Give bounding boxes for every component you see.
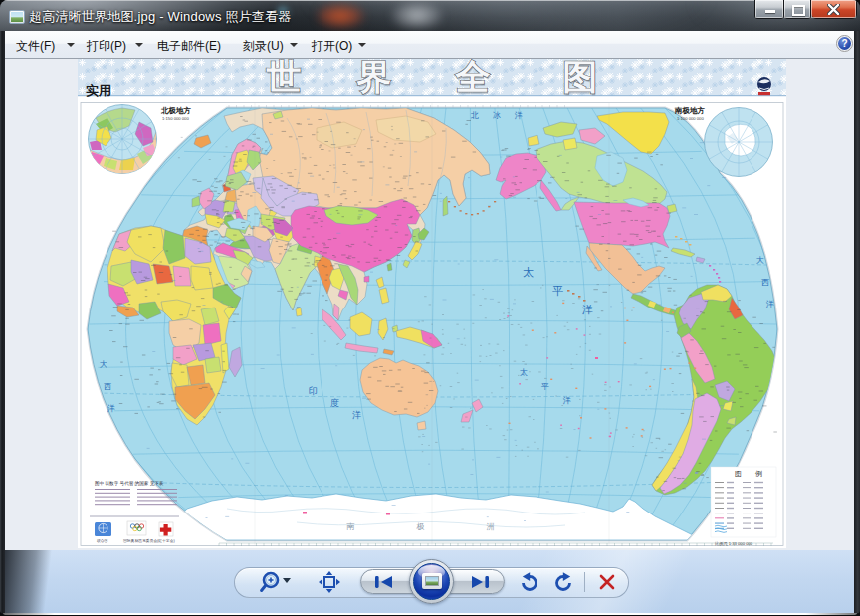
svg-text:洋: 洋 (107, 404, 115, 413)
svg-text:洋: 洋 (765, 300, 774, 308)
svg-text:图 例: 图 例 (735, 470, 768, 478)
svg-text:图中 以数字 号代替 的国家 见下表: 图中 以数字 号代替 的国家 见下表 (95, 480, 164, 487)
svg-text:联合国: 联合国 (97, 538, 108, 543)
svg-text:太: 太 (523, 266, 534, 278)
svg-text:实用: 实用 (86, 83, 111, 98)
svg-text:1:150 000 000: 1:150 000 000 (162, 116, 189, 121)
svg-text:洋: 洋 (352, 410, 361, 420)
svg-text:冰: 冰 (493, 111, 501, 120)
svg-text:洋: 洋 (562, 396, 571, 405)
svg-text:图: 图 (563, 59, 598, 96)
svg-text:大: 大 (756, 256, 764, 265)
svg-text:平: 平 (552, 285, 563, 297)
svg-text:北: 北 (470, 111, 479, 120)
svg-text:印: 印 (309, 386, 318, 396)
svg-text:太: 太 (520, 368, 528, 377)
svg-text:界: 界 (356, 59, 392, 96)
svg-text:世: 世 (266, 59, 302, 96)
svg-text:北极地方: 北极地方 (160, 106, 192, 115)
svg-text:南极地方: 南极地方 (674, 106, 706, 115)
svg-text:洋: 洋 (514, 111, 523, 120)
svg-text:1:100 000 000: 1:100 000 000 (677, 116, 704, 121)
svg-text:度: 度 (330, 398, 339, 408)
svg-text:大: 大 (100, 360, 108, 369)
svg-text:西: 西 (761, 278, 769, 287)
svg-text:南 极 洲: 南 极 洲 (346, 522, 524, 531)
svg-text:全: 全 (455, 59, 491, 96)
svg-text:平: 平 (541, 382, 549, 391)
svg-text:国际奥林匹克委员会: 国际奥林匹克委员会 (123, 538, 157, 543)
svg-text:洋: 洋 (581, 304, 593, 315)
svg-text:(红十字会): (红十字会) (157, 538, 175, 543)
svg-text:西: 西 (104, 382, 111, 391)
